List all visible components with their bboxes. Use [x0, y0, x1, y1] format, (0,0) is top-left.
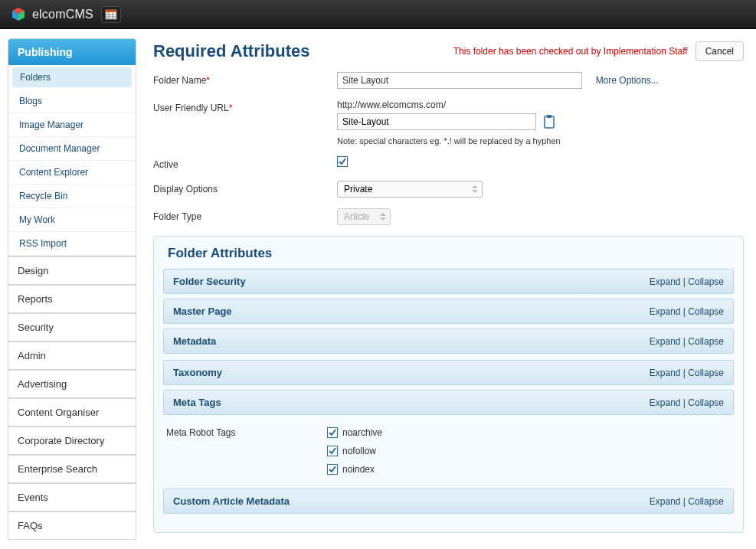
- more-options-link[interactable]: More Options...: [596, 75, 659, 86]
- folder-name-label: Folder Name*: [153, 72, 337, 86]
- sidebar-section-faqs[interactable]: FAQs: [8, 511, 136, 540]
- sidebar-item-blogs[interactable]: Blogs: [8, 90, 136, 113]
- expand-link[interactable]: Expand: [650, 276, 681, 287]
- sidebar-item-recycle-bin[interactable]: Recycle Bin: [8, 185, 136, 208]
- sidebar-section-reports[interactable]: Reports: [8, 285, 136, 313]
- logo-icon: [11, 7, 26, 22]
- sidebar-section-publishing[interactable]: Publishing: [8, 39, 136, 65]
- sidebar-section-content-organiser[interactable]: Content Organiser: [8, 398, 136, 426]
- topbar: elcomCMS: [0, 0, 756, 29]
- svg-rect-9: [545, 116, 554, 128]
- app-grid-button[interactable]: [101, 6, 121, 23]
- noarchive-label: noarchive: [342, 427, 382, 438]
- meta-robot-label: Meta Robot Tags: [166, 427, 327, 475]
- display-options-select[interactable]: Private: [337, 181, 483, 198]
- active-checkbox[interactable]: [337, 156, 348, 167]
- collapse-link[interactable]: Collapse: [688, 336, 724, 347]
- folder-name-input[interactable]: [337, 72, 582, 89]
- brand-label: elcomCMS: [32, 8, 93, 21]
- sidebar-item-my-work[interactable]: My Work: [8, 208, 136, 232]
- expand-link[interactable]: Expand: [650, 368, 681, 378]
- main-content: Required Attributes This folder has been…: [136, 29, 756, 545]
- sidebar-item-document-manager[interactable]: Document Manager: [8, 137, 136, 161]
- collapse-link[interactable]: Collapse: [688, 368, 724, 378]
- accordion-master-page[interactable]: Master Page Expand | Collapse: [163, 299, 734, 324]
- sidebar-section-advertising[interactable]: Advertising: [8, 370, 136, 398]
- sidebar-section-events[interactable]: Events: [8, 483, 136, 511]
- folder-attributes-title: Folder Attributes: [163, 246, 734, 261]
- noarchive-checkbox[interactable]: [327, 427, 338, 438]
- url-label: User Friendly URL*: [153, 100, 337, 113]
- collapse-link[interactable]: Collapse: [688, 276, 724, 287]
- collapse-link[interactable]: Collapse: [688, 397, 724, 408]
- sidebar-item-image-manager[interactable]: Image Manager: [8, 113, 136, 137]
- url-base-text: http://www.elcomcms.com/: [337, 100, 744, 110]
- svg-rect-4: [106, 10, 116, 12]
- noindex-label: noindex: [342, 464, 375, 475]
- nofollow-checkbox[interactable]: [327, 446, 338, 456]
- sidebar-item-content-explorer[interactable]: Content Explorer: [8, 161, 136, 185]
- sidebar: Publishing Folders Blogs Image Manager D…: [0, 29, 136, 545]
- expand-link[interactable]: Expand: [650, 336, 681, 347]
- sidebar-item-rss-import[interactable]: RSS Import: [8, 232, 136, 256]
- url-note: Note: special characters eg. *.! will be…: [337, 136, 744, 145]
- accordion-meta-tags[interactable]: Meta Tags Expand | Collapse: [163, 390, 734, 415]
- folder-type-label: Folder Type: [153, 208, 337, 222]
- accordion-folder-security[interactable]: Folder Security Expand | Collapse: [163, 269, 734, 294]
- expand-link[interactable]: Expand: [650, 496, 681, 507]
- cancel-button[interactable]: Cancel: [695, 41, 744, 61]
- sidebar-section-design[interactable]: Design: [8, 257, 136, 285]
- sidebar-section-enterprise-search[interactable]: Enterprise Search: [8, 455, 136, 483]
- folder-type-select: Article: [337, 208, 391, 225]
- collapse-link[interactable]: Collapse: [688, 496, 724, 507]
- sidebar-section-corporate-directory[interactable]: Corporate Directory: [8, 426, 136, 455]
- nofollow-label: nofollow: [342, 446, 376, 456]
- expand-link[interactable]: Expand: [650, 397, 681, 408]
- display-options-label: Display Options: [153, 181, 337, 194]
- checkout-message: This folder has been checked out by Impl…: [453, 46, 688, 57]
- expand-link[interactable]: Expand: [650, 306, 681, 317]
- url-input[interactable]: [337, 113, 536, 130]
- collapse-link[interactable]: Collapse: [688, 306, 724, 317]
- accordion-custom-article-metadata[interactable]: Custom Article Metadata Expand | Collaps…: [163, 489, 734, 514]
- noindex-checkbox[interactable]: [327, 464, 338, 475]
- folder-attributes-panel: Folder Attributes Folder Security Expand…: [153, 236, 744, 533]
- clipboard-icon[interactable]: [542, 114, 556, 129]
- sidebar-section-admin[interactable]: Admin: [8, 341, 136, 370]
- accordion-metadata[interactable]: Metadata Expand | Collapse: [163, 328, 734, 354]
- sidebar-section-security[interactable]: Security: [8, 313, 136, 341]
- active-label: Active: [153, 156, 337, 170]
- accordion-taxonomy[interactable]: Taxonomy Expand | Collapse: [163, 360, 734, 385]
- sidebar-item-folders[interactable]: Folders: [12, 67, 132, 87]
- page-title: Required Attributes: [153, 41, 310, 61]
- svg-rect-10: [547, 115, 551, 118]
